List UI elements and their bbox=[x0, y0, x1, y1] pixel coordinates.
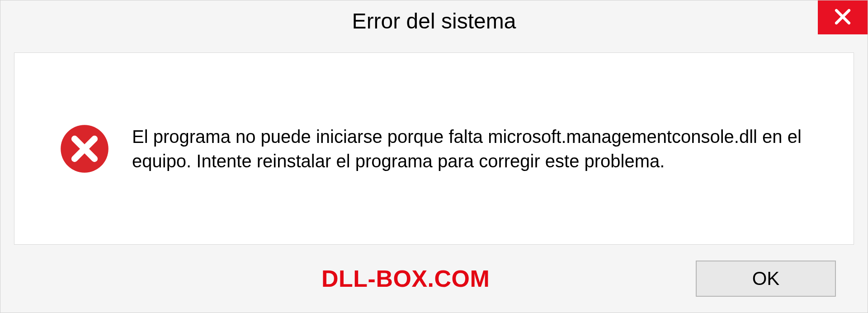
content-area: El programa no puede iniciarse porque fa… bbox=[0, 43, 868, 313]
error-icon bbox=[60, 124, 109, 174]
dialog-footer: DLL-BOX.COM OK bbox=[14, 245, 854, 313]
dialog-title: Error del sistema bbox=[352, 9, 516, 33]
error-dialog: Error del sistema El programa no puede i… bbox=[0, 0, 868, 313]
ok-button[interactable]: OK bbox=[696, 261, 836, 297]
watermark-text: DLL-BOX.COM bbox=[321, 265, 490, 292]
message-panel: El programa no puede iniciarse porque fa… bbox=[14, 52, 854, 245]
close-icon bbox=[833, 7, 852, 28]
titlebar: Error del sistema bbox=[0, 0, 868, 43]
error-message: El programa no puede iniciarse porque fa… bbox=[132, 124, 817, 173]
close-button[interactable] bbox=[818, 0, 868, 34]
